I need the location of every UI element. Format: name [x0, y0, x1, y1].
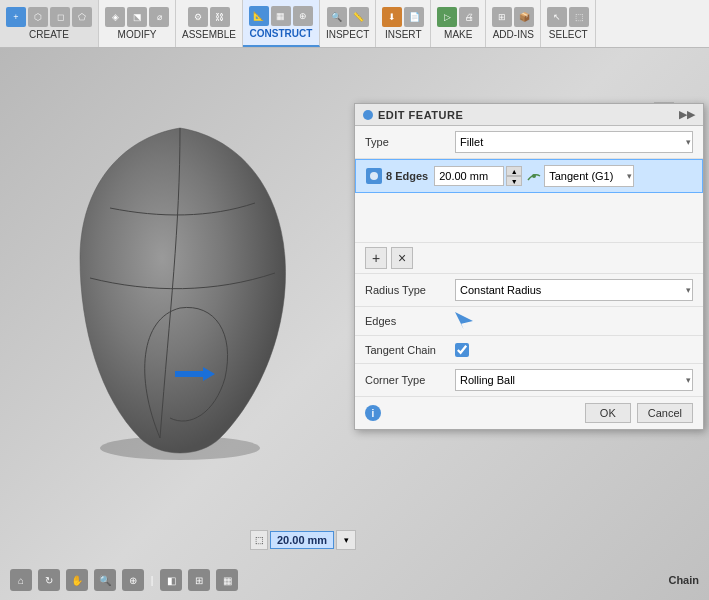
tangent-chain-checkbox[interactable]: [455, 343, 469, 357]
inspect-icon-1: 🔍: [327, 7, 347, 27]
create-icon-4: ⬠: [72, 7, 92, 27]
assemble-icon-2: ⛓: [210, 7, 230, 27]
tangent-select-wrapper[interactable]: Tangent (G1) ▾: [544, 165, 634, 187]
bottom-icon-pan[interactable]: ✋: [66, 569, 88, 591]
toolbar-addins[interactable]: ⊞ 📦 ADD-INS: [486, 0, 541, 47]
tangent-chain-row: Tangent Chain: [355, 336, 703, 364]
tangent-chain-content: [455, 343, 693, 357]
select-icon-2: ⬚: [569, 7, 589, 27]
corner-type-label: Corner Type: [365, 374, 455, 386]
construct-icon-2: ▦: [271, 6, 291, 26]
add-edge-btn[interactable]: +: [365, 247, 387, 269]
create-icon-2: ⬡: [28, 7, 48, 27]
panel-expand-btn[interactable]: ▶▶: [679, 108, 695, 121]
bottom-icon-grid[interactable]: ⊞: [188, 569, 210, 591]
bottom-icon-zoom[interactable]: 🔍: [94, 569, 116, 591]
tangent-select[interactable]: Tangent (G1): [544, 165, 634, 187]
toolbar-assemble[interactable]: ⚙ ⛓ ASSEMBLE: [176, 0, 243, 47]
make-label: MAKE: [444, 29, 472, 40]
create-icon-1: +: [6, 7, 26, 27]
modify-icon-1: ◈: [105, 7, 125, 27]
toolbar-make[interactable]: ▷ 🖨 MAKE: [431, 0, 486, 47]
value-box-dropdown-btn[interactable]: ▾: [336, 530, 356, 550]
footer-buttons: OK Cancel: [585, 403, 693, 423]
toolbar-modify[interactable]: ◈ ⬔ ⌀ MODIFY: [99, 0, 176, 47]
type-label: Type: [365, 136, 455, 148]
tangent-chain-label: Tangent Chain: [365, 344, 455, 356]
assemble-icon-1: ⚙: [188, 7, 208, 27]
3d-shape-svg: [60, 108, 320, 468]
construct-label: CONSTRUCT: [250, 28, 313, 39]
bottom-icon-orbit[interactable]: ↻: [38, 569, 60, 591]
value-box-prefix: ⬚: [250, 530, 268, 550]
edge-mm-up-btn[interactable]: ▲: [506, 166, 522, 176]
toolbar-construct[interactable]: 📐 ▦ ⊕ CONSTRUCT: [243, 0, 320, 47]
edges-row: Edges: [355, 307, 703, 336]
select-label: SELECT: [549, 29, 588, 40]
value-box: ⬚ 20.00 mm ▾: [250, 530, 356, 550]
edges-label: Edges: [365, 315, 455, 327]
construct-icon-1: 📐: [249, 6, 269, 26]
create-icon-3: ◻: [50, 7, 70, 27]
edge-row-content: 8 Edges 20.00 mm ▲ ▼ Tangent (G: [366, 165, 692, 187]
direction-arrow-svg: [175, 363, 215, 385]
bottom-icon-separator: |: [150, 569, 154, 591]
panel-header: EDIT FEATURE ▶▶: [355, 104, 703, 126]
insert-icon-2: 📄: [404, 7, 424, 27]
add-remove-row: + ×: [355, 243, 703, 274]
edge-mm-down-btn[interactable]: ▼: [506, 176, 522, 186]
tangent-icon-svg: [526, 168, 542, 184]
modify-label: MODIFY: [118, 29, 157, 40]
radius-type-label: Radius Type: [365, 284, 455, 296]
edge-mm-wrapper: 20.00 mm ▲ ▼: [434, 166, 522, 186]
corner-type-select-wrapper[interactable]: Rolling Ball ▾: [455, 369, 693, 391]
ok-button[interactable]: OK: [585, 403, 631, 423]
panel-footer: i OK Cancel: [355, 397, 703, 429]
type-select-wrapper[interactable]: Fillet ▾: [455, 131, 693, 153]
panel-empty-area: [355, 193, 703, 243]
toolbar-select[interactable]: ↖ ⬚ SELECT: [541, 0, 596, 47]
addins-icon-2: 📦: [514, 7, 534, 27]
bottom-icon-grid2[interactable]: ▦: [216, 569, 238, 591]
select-icon-1: ↖: [547, 7, 567, 27]
edge-mm-value[interactable]: 20.00 mm: [434, 166, 504, 186]
edge-count: 8 Edges: [386, 170, 428, 182]
create-label: CREATE: [29, 29, 69, 40]
make-icon-1: ▷: [437, 7, 457, 27]
edges-content: [455, 312, 693, 330]
addins-label: ADD-INS: [493, 29, 534, 40]
toolbar-insert[interactable]: ⬇ 📄 INSERT: [376, 0, 431, 47]
edge-icon-svg: [368, 170, 380, 182]
cursor-icon: [455, 312, 473, 330]
type-row: Type Fillet ▾: [355, 126, 703, 159]
remove-edge-btn[interactable]: ×: [391, 247, 413, 269]
bottom-icon-home[interactable]: ⌂: [10, 569, 32, 591]
bottom-icons: ⌂ ↻ ✋ 🔍 ⊕ | ◧ ⊞ ▦: [10, 569, 238, 591]
svg-point-11: [532, 174, 536, 178]
3d-shape-container: [60, 108, 340, 488]
bottom-toolbar: ⌂ ↻ ✋ 🔍 ⊕ | ◧ ⊞ ▦ Chain: [0, 565, 709, 595]
edge-row[interactable]: 8 Edges 20.00 mm ▲ ▼ Tangent (G: [355, 159, 703, 193]
bottom-icon-magnify[interactable]: ⊕: [122, 569, 144, 591]
main-shape: [80, 128, 286, 453]
corner-type-content: Rolling Ball ▾: [455, 369, 693, 391]
panel-title: EDIT FEATURE: [378, 109, 463, 121]
radius-type-content: Constant Radius ▾: [455, 279, 693, 301]
construct-icon-3: ⊕: [293, 6, 313, 26]
radius-type-select[interactable]: Constant Radius: [455, 279, 693, 301]
modify-icon-3: ⌀: [149, 7, 169, 27]
value-box-value[interactable]: 20.00 mm: [270, 531, 334, 549]
info-icon: i: [365, 405, 381, 421]
edge-mm-arrows: ▲ ▼: [506, 166, 522, 186]
corner-type-select[interactable]: Rolling Ball: [455, 369, 693, 391]
type-content: Fillet ▾: [455, 131, 693, 153]
type-select[interactable]: Fillet: [455, 131, 693, 153]
toolbar-create[interactable]: + ⬡ ◻ ⬠ CREATE: [0, 0, 99, 47]
corner-type-row: Corner Type Rolling Ball ▾: [355, 364, 703, 397]
toolbar-inspect[interactable]: 🔍 📏 INSPECT: [320, 0, 376, 47]
radius-type-select-wrapper[interactable]: Constant Radius ▾: [455, 279, 693, 301]
radius-type-row: Radius Type Constant Radius ▾: [355, 274, 703, 307]
addins-icon-1: ⊞: [492, 7, 512, 27]
cancel-button[interactable]: Cancel: [637, 403, 693, 423]
bottom-icon-display[interactable]: ◧: [160, 569, 182, 591]
